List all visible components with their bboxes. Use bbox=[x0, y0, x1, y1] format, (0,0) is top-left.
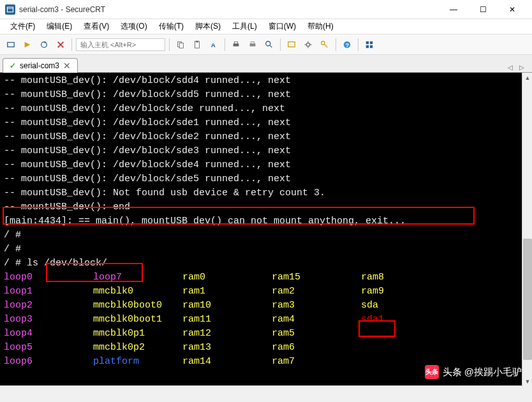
ls-entry: sda bbox=[361, 299, 450, 313]
ls-entry bbox=[361, 327, 450, 341]
toolbar-separator bbox=[358, 38, 358, 51]
tab-scroll-right-icon[interactable]: ▷ bbox=[517, 62, 527, 72]
scroll-down-icon[interactable]: ▼ bbox=[522, 376, 532, 387]
tab-label: serial-com3 bbox=[20, 61, 59, 70]
disconnect-icon[interactable] bbox=[54, 38, 68, 52]
ls-entry: ram15 bbox=[272, 271, 361, 285]
ls-entry: ram4 bbox=[272, 313, 361, 327]
menu-edit[interactable]: 编辑(E) bbox=[41, 20, 77, 33]
watermark: 头条 头条 @挨踢小毛驴 bbox=[425, 365, 522, 379]
menu-file[interactable]: 文件(F) bbox=[5, 20, 40, 33]
scroll-up-icon[interactable]: ▲ bbox=[522, 73, 532, 83]
menu-script[interactable]: 脚本(S) bbox=[190, 20, 226, 33]
ls-entry: loop7 bbox=[93, 271, 182, 285]
tabbar: ✓ serial-com3 ✕ ◁ ▷ bbox=[0, 55, 532, 73]
ls-row: loop5mmcblk0p2ram13ram6 bbox=[4, 341, 528, 355]
svg-rect-25 bbox=[366, 45, 369, 47]
ls-entry: mmcblk0boot0 bbox=[93, 299, 182, 313]
terminal-line: -- mountUSB_dev(): /dev/block/sdd4 runne… bbox=[4, 74, 528, 88]
scrollbar-vertical[interactable]: ▲ ▼ bbox=[522, 73, 532, 387]
toolbar-separator bbox=[71, 38, 72, 51]
font-icon[interactable]: A bbox=[207, 38, 221, 52]
terminal-line: -- mountUSB_dev(): /dev/block/sde1 runne… bbox=[4, 116, 528, 130]
tab-serial-com3[interactable]: ✓ serial-com3 ✕ bbox=[3, 58, 78, 73]
ls-entry: loop4 bbox=[4, 327, 93, 341]
menu-window[interactable]: 窗口(W) bbox=[263, 20, 301, 33]
ls-entry: ram14 bbox=[182, 355, 272, 369]
help-icon[interactable]: ? bbox=[340, 38, 354, 52]
ls-entry: ram5 bbox=[272, 327, 361, 341]
svg-rect-0 bbox=[8, 7, 13, 12]
terminal-line: -- mountUSB_dev(): /dev/block/sde runned… bbox=[4, 102, 528, 116]
svg-point-18 bbox=[306, 43, 309, 46]
titlebar-left: serial-com3 - SecureCRT bbox=[5, 4, 105, 15]
paste-icon[interactable] bbox=[190, 38, 204, 52]
terminal-line: / # bbox=[4, 242, 528, 257]
tab-close-icon[interactable]: ✕ bbox=[63, 61, 71, 70]
key-icon[interactable] bbox=[318, 38, 332, 52]
ls-entry: ram10 bbox=[182, 299, 272, 313]
menu-transfer[interactable]: 传输(T) bbox=[154, 20, 189, 33]
tab-scroll-arrows: ◁ ▷ bbox=[505, 62, 527, 72]
terminal-line: -- mountUSB_dev(): /dev/block/sde4 runne… bbox=[4, 158, 528, 172]
print-icon2[interactable] bbox=[246, 38, 260, 52]
terminal-line: -- mountUSB_dev(): /dev/block/sdd5 runne… bbox=[4, 88, 528, 102]
terminal-line: / # ls /dev/block/ bbox=[4, 257, 528, 271]
close-button[interactable]: ✕ bbox=[498, 0, 527, 19]
minimize-button[interactable]: — bbox=[439, 0, 468, 19]
svg-line-20 bbox=[324, 44, 327, 47]
svg-point-15 bbox=[266, 41, 270, 45]
print-icon[interactable] bbox=[229, 38, 243, 52]
ls-row: loop4mmcblk0p1ram12ram5 bbox=[4, 327, 528, 341]
window-controls: — ☐ ✕ bbox=[439, 0, 527, 19]
check-icon: ✓ bbox=[10, 61, 16, 70]
ls-entry: ram9 bbox=[361, 285, 450, 299]
toolbar-separator bbox=[225, 38, 225, 51]
ls-entry: ram13 bbox=[182, 341, 272, 355]
terminal-line: -- mountUSB_dev(): /dev/block/sde2 runne… bbox=[4, 130, 528, 144]
svg-rect-26 bbox=[370, 45, 373, 47]
maximize-button[interactable]: ☐ bbox=[468, 0, 498, 19]
host-input[interactable] bbox=[76, 38, 165, 51]
copy-icon[interactable] bbox=[174, 38, 188, 52]
ls-entry: platform bbox=[93, 355, 182, 369]
tile-icon[interactable] bbox=[362, 38, 376, 52]
svg-rect-7 bbox=[179, 43, 183, 48]
terminal[interactable]: -- mountUSB_dev(): /dev/block/sdd4 runne… bbox=[0, 73, 532, 385]
tab-scroll-left-icon[interactable]: ◁ bbox=[505, 62, 515, 72]
connect-icon[interactable] bbox=[4, 38, 18, 52]
terminal-line: [main:4434]: == main(), mountUSB_dev() c… bbox=[4, 214, 528, 228]
find-icon[interactable] bbox=[262, 38, 276, 52]
menu-options[interactable]: 选项(O) bbox=[115, 20, 152, 33]
scroll-thumb[interactable] bbox=[523, 239, 532, 360]
ls-row: loop3mmcblk0boot1ram11ram4sda1 bbox=[4, 313, 528, 327]
ls-entry: loop5 bbox=[4, 341, 93, 355]
ls-entry: ram8 bbox=[361, 271, 450, 285]
svg-text:A: A bbox=[211, 41, 216, 48]
toolbar-separator bbox=[336, 38, 336, 51]
app-icon bbox=[5, 4, 15, 15]
ls-entry: mmcblk0p2 bbox=[93, 341, 182, 355]
terminal-line: -- mountUSB_dev(): /dev/block/sde3 runne… bbox=[4, 144, 528, 158]
terminal-line: -- mountUSB_dev(): /dev/block/sde5 runne… bbox=[4, 172, 528, 186]
quick-connect-icon[interactable] bbox=[20, 38, 34, 52]
svg-rect-17 bbox=[288, 41, 295, 47]
session-icon[interactable] bbox=[284, 38, 299, 52]
ls-entry bbox=[361, 341, 450, 355]
ls-row: loop0loop7ram0ram15ram8 bbox=[4, 271, 528, 285]
menu-help[interactable]: 帮助(H) bbox=[302, 20, 339, 33]
svg-rect-23 bbox=[366, 41, 369, 43]
toolbar-separator bbox=[169, 38, 170, 51]
reconnect-icon[interactable] bbox=[37, 38, 51, 52]
watermark-icon: 头条 bbox=[425, 365, 439, 379]
ls-entry: ram7 bbox=[272, 355, 361, 369]
settings-icon[interactable] bbox=[301, 38, 315, 52]
titlebar: serial-com3 - SecureCRT — ☐ ✕ bbox=[0, 0, 532, 19]
statusbar bbox=[0, 385, 532, 399]
toolbar-separator bbox=[280, 38, 281, 51]
menu-view[interactable]: 查看(V) bbox=[78, 20, 114, 33]
svg-rect-2 bbox=[8, 42, 15, 47]
ls-entry: ram6 bbox=[272, 341, 361, 355]
ls-entry: loop3 bbox=[4, 313, 93, 327]
menu-tools[interactable]: 工具(L) bbox=[227, 20, 262, 33]
